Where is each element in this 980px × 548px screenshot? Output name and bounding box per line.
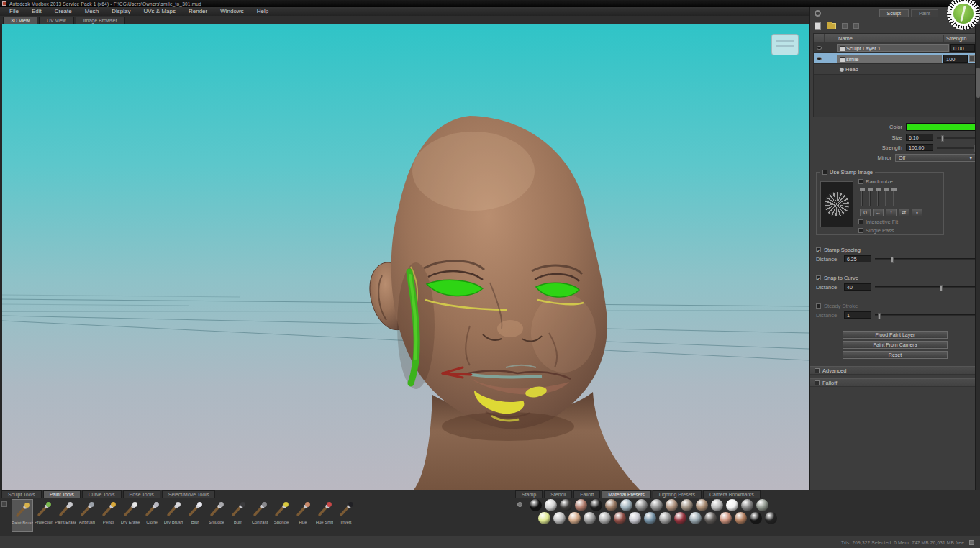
stamp-preview[interactable] <box>820 181 853 227</box>
expand-icon[interactable] <box>815 368 820 373</box>
view-tab-uv-view[interactable]: UV View <box>39 17 74 24</box>
material-preset-sphere[interactable] <box>568 512 581 524</box>
material-preset-sphere[interactable] <box>590 499 602 511</box>
slider-knob[interactable] <box>940 285 943 291</box>
visibility-eye-icon[interactable] <box>814 46 825 50</box>
material-preset-sphere[interactable] <box>629 512 641 524</box>
tool-contrast[interactable]: Contrast <box>249 499 271 532</box>
material-preset-sphere[interactable] <box>575 499 587 511</box>
view-tab-image-browser[interactable]: Image Browser <box>76 17 125 24</box>
preset-tab-lighting-presets[interactable]: Lighting Presets <box>653 490 702 498</box>
menu-mesh[interactable]: Mesh <box>78 7 106 16</box>
material-preset-sphere[interactable] <box>711 499 723 511</box>
param-slider[interactable] <box>875 258 976 260</box>
stamp-option-checkbox[interactable] <box>858 228 863 233</box>
preset-tab-material-presets[interactable]: Material Presets <box>602 490 651 498</box>
open-folder-icon[interactable] <box>827 23 836 29</box>
tool-sponge[interactable]: Sponge <box>271 499 292 532</box>
tray-handle-icon[interactable] <box>1 501 7 507</box>
paint-from-camera-button[interactable]: Paint From Camera <box>843 341 948 349</box>
view-tab-3d-view[interactable]: 3D View <box>3 17 37 24</box>
preset-tab-stencil[interactable]: Stencil <box>544 490 572 498</box>
section-checkbox[interactable] <box>816 275 821 280</box>
layer-tab-paint[interactable]: Paint <box>911 9 938 17</box>
material-preset-sphere[interactable] <box>666 499 678 511</box>
menu-display[interactable]: Display <box>105 7 137 16</box>
param-value[interactable]: 40 <box>844 283 871 291</box>
collapsed-section-advanced[interactable]: Advanced <box>810 366 980 375</box>
layer-name[interactable]: smile <box>837 55 942 63</box>
layer-row[interactable]: smile100 <box>814 53 976 64</box>
tool-clone[interactable]: Clone <box>141 499 163 532</box>
section-checkbox[interactable] <box>816 303 821 309</box>
tool-pencil[interactable]: Pencil <box>98 499 119 532</box>
tool-dry-brush[interactable]: Dry Brush <box>163 499 184 532</box>
material-preset-sphere[interactable] <box>756 499 768 511</box>
param-slider[interactable] <box>875 286 976 288</box>
layer-row[interactable]: Sculpt Layer 10.00 <box>814 42 976 53</box>
layer-strength-value[interactable]: 100 <box>943 55 968 63</box>
material-preset-sphere[interactable] <box>674 512 686 524</box>
randomize-sliders[interactable] <box>861 188 939 206</box>
material-preset-sphere[interactable] <box>644 512 656 524</box>
mirror-dropdown[interactable]: Off ▾ <box>895 154 976 162</box>
material-preset-sphere[interactable] <box>620 499 632 511</box>
material-preset-sphere[interactable] <box>741 499 753 511</box>
preset-tab-camera-bookmarks[interactable]: Camera Bookmarks <box>703 490 761 498</box>
material-preset-sphere[interactable] <box>650 499 663 511</box>
menu-windows[interactable]: Windows <box>214 7 250 16</box>
size-field[interactable]: 6.10 <box>906 134 933 141</box>
slider-knob[interactable] <box>891 257 894 263</box>
material-preset-sphere[interactable] <box>726 499 738 511</box>
material-preset-sphere[interactable] <box>530 499 542 511</box>
param-value[interactable]: 1 <box>844 311 871 319</box>
tool-smudge[interactable]: Smudge <box>206 499 227 532</box>
tool-paint-brush[interactable]: Paint Brush <box>12 499 33 532</box>
material-preset-sphere[interactable] <box>560 499 572 511</box>
material-preset-sphere[interactable] <box>635 499 648 511</box>
material-preset-sphere[interactable] <box>750 512 762 524</box>
tray-tab-sculpt-tools[interactable]: Sculpt Tools <box>1 490 42 498</box>
layer-name[interactable]: Sculpt Layer 1 <box>837 44 949 52</box>
tool-airbrush[interactable]: Airbrush <box>76 499 98 532</box>
menu-create[interactable]: Create <box>48 7 78 16</box>
material-preset-sphere[interactable] <box>689 512 702 524</box>
layer-name[interactable]: Head <box>837 65 975 73</box>
tray-tab-select-move-tools[interactable]: Select/Move Tools <box>162 490 216 498</box>
material-preset-sphere[interactable] <box>538 512 550 524</box>
material-preset-sphere[interactable] <box>605 499 617 511</box>
material-preset-sphere[interactable] <box>614 512 626 524</box>
menu-help[interactable]: Help <box>250 7 275 16</box>
layer-edit-icon[interactable] <box>969 55 975 62</box>
menu-file[interactable]: File <box>3 7 25 16</box>
panel-scrollbar[interactable] <box>975 24 980 536</box>
tool-invert[interactable]: Invert <box>335 499 357 532</box>
reset-button[interactable]: Reset <box>843 351 948 359</box>
stamp-transform-button-3[interactable]: ⇄ <box>899 209 909 216</box>
material-preset-sphere[interactable] <box>735 512 747 524</box>
layer-strength-value[interactable]: 0.00 <box>950 44 975 52</box>
menu-edit[interactable]: Edit <box>25 7 48 16</box>
layer-tab-sculpt[interactable]: Sculpt <box>879 9 909 17</box>
stamp-option-checkbox[interactable] <box>858 219 863 224</box>
menu-render[interactable]: Render <box>182 7 214 16</box>
preset-options-icon[interactable] <box>517 502 522 507</box>
preset-tab-falloff[interactable]: Falloff <box>573 490 600 498</box>
material-preset-sphere[interactable] <box>584 512 596 524</box>
tool-hue[interactable]: Hue <box>292 499 314 532</box>
param-slider[interactable] <box>875 314 976 316</box>
visibility-eye-icon[interactable] <box>814 57 825 60</box>
gear-icon[interactable] <box>815 10 821 17</box>
material-preset-sphere[interactable] <box>659 512 671 524</box>
tray-tab-curve-tools[interactable]: Curve Tools <box>82 490 122 498</box>
stamp-transform-button-1[interactable]: ↔ <box>873 209 884 216</box>
tool-projection[interactable]: Projection <box>33 499 55 532</box>
material-preset-sphere[interactable] <box>599 512 611 524</box>
param-value[interactable]: 6.25 <box>844 255 871 262</box>
viewport-3d[interactable] <box>2 24 809 490</box>
flood-paint-layer-button[interactable]: Flood Paint Layer <box>843 331 948 339</box>
use-stamp-checkbox[interactable] <box>822 170 827 175</box>
layer-row[interactable]: Head <box>814 64 976 75</box>
material-preset-sphere[interactable] <box>545 499 557 511</box>
delete-icon[interactable] <box>842 23 848 29</box>
